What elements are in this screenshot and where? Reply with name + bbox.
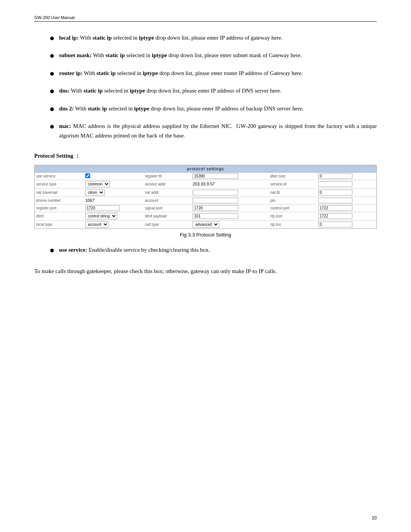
table-row: phone number 1067 account pin [35, 197, 376, 204]
phone-number-label: phone number [35, 197, 84, 204]
signal-port-input[interactable] [193, 205, 238, 211]
jitter-size-value [317, 173, 376, 180]
page-number: 10 [372, 515, 377, 521]
service-id-input[interactable] [318, 181, 352, 187]
bullet-dot-5: ● [49, 104, 54, 114]
protocol-settings-table: protocol settings use service register t… [34, 165, 377, 229]
nat-addr-value [191, 188, 269, 197]
list-item-dns: ● dns: With static ip selected in iptype… [49, 86, 377, 96]
list-item-mac: ● mac: MAC address is the physical addre… [49, 121, 377, 141]
dns2-text: dns 2: With static ip selected in iptype… [59, 104, 303, 114]
list-item-subnet-mask: ● subnet mask: With static ip selected i… [49, 51, 377, 61]
rtp-port-label: rtp port [269, 212, 317, 220]
register-port-value [84, 204, 143, 212]
use-service-label: use service [35, 173, 84, 180]
use-service-text: use service: Enable/disable service by c… [59, 245, 210, 255]
pin-input[interactable] [318, 198, 352, 203]
rtp-tos-value [317, 220, 376, 228]
bullet-list: ● local ip: With static ip selected in i… [49, 33, 377, 141]
dtmf-label: dtmf [35, 212, 84, 220]
table-row: dtmf control string dtmf payload rtp por… [35, 212, 376, 220]
local-type-value: account [84, 220, 143, 228]
control-port-label: control port [269, 204, 317, 212]
pin-value [317, 197, 376, 204]
phone-number-text: 1067 [85, 198, 94, 203]
register-port-input[interactable] [85, 205, 119, 211]
list-item-dns2: ● dns 2: With static ip selected in ipty… [49, 104, 377, 114]
account-label: account [143, 197, 191, 204]
table-row: service type common service addr 203.93.… [35, 180, 376, 188]
nat-traversal-select[interactable]: citron [85, 189, 105, 196]
table-row: use service register ttl jitter size [35, 173, 376, 180]
service-addr-text: 203.93.9.57 [193, 182, 215, 186]
use-service-value [84, 173, 143, 180]
table-row: register port signal port control port [35, 204, 376, 212]
call-type-select[interactable]: advanced [193, 221, 219, 228]
protocol-title: protocol settings [35, 165, 376, 173]
local-ip-text: local ip: With static ip selected in ipt… [59, 33, 282, 43]
use-service-description: To make calls through gatekeeper, please… [34, 267, 377, 276]
control-port-value [317, 204, 376, 212]
table-row: nat traversal citron nat addr nat ttl [35, 188, 376, 197]
figure-caption: Fig 3.3 Protocol Setting [34, 232, 377, 238]
control-port-input[interactable] [318, 205, 352, 211]
register-ttl-value [191, 173, 269, 180]
nat-ttl-input[interactable] [318, 190, 352, 195]
list-item-use-service: ● use service: Enable/disable service by… [49, 245, 377, 255]
register-ttl-label: register ttl [143, 173, 191, 180]
manual-title: GW-200 User Manual [34, 15, 75, 20]
dtmf-payload-value [191, 212, 269, 220]
subnet-mask-text: subnet mask: With static ip selected in … [59, 51, 302, 61]
service-id-label: service id [269, 180, 317, 188]
nat-addr-input[interactable] [193, 190, 238, 195]
service-type-label: service type [35, 180, 84, 188]
service-addr-label: service addr [143, 180, 191, 188]
list-item-router-ip: ● router ip: With static ip selected in … [49, 69, 377, 78]
register-port-label: register port [35, 204, 84, 212]
dtmf-payload-label: dtmf payload [143, 212, 191, 220]
rtp-tos-label: rtp tos [269, 220, 317, 228]
nat-addr-label: nat addr [143, 188, 191, 197]
call-type-label: call type [143, 220, 191, 228]
router-ip-text: router ip: With static ip selected in ip… [59, 69, 303, 78]
table-row: local type account call type advanced rt… [35, 220, 376, 228]
bullet-dot-7: ● [49, 245, 54, 255]
rtp-port-value [317, 212, 376, 220]
service-type-value: common [84, 180, 143, 188]
bullet-dot: ● [49, 33, 54, 43]
mac-text: mac: MAC address is the physical address… [59, 121, 377, 141]
nat-ttl-label: nat ttl [269, 188, 317, 197]
dtmf-value: control string [84, 212, 143, 220]
jitter-size-label: jitter size [269, 173, 317, 180]
jitter-size-input[interactable] [318, 173, 352, 179]
use-service-checkbox[interactable] [85, 173, 90, 178]
account-input[interactable] [193, 198, 238, 203]
nat-traversal-value: citron [84, 188, 143, 197]
service-type-select[interactable]: common [85, 181, 110, 187]
bullet-dot-3: ● [49, 69, 54, 78]
rtp-tos-input[interactable] [318, 222, 352, 227]
local-type-label: local type [35, 220, 84, 228]
page-header: GW-200 User Manual [34, 15, 377, 22]
signal-port-label: signal port [143, 204, 191, 212]
register-ttl-input[interactable] [193, 173, 238, 179]
dtmf-payload-input[interactable] [193, 213, 238, 219]
bottom-bullet-list: ● use service: Enable/disable service by… [49, 245, 377, 255]
protocol-section-heading: Protocol Setting ： [34, 152, 377, 160]
bullet-dot-2: ● [49, 51, 54, 61]
account-value [191, 197, 269, 204]
service-addr-value: 203.93.9.57 [191, 180, 269, 188]
dns-text: dns: With static ip selected in iptype d… [59, 86, 281, 96]
dtmf-select[interactable]: control string [85, 213, 117, 219]
bullet-dot-6: ● [49, 121, 54, 131]
phone-number-value: 1067 [84, 197, 143, 204]
list-item-local-ip: ● local ip: With static ip selected in i… [49, 33, 377, 43]
bullet-dot-4: ● [49, 86, 54, 96]
rtp-port-input[interactable] [318, 213, 352, 219]
nat-ttl-value [317, 188, 376, 197]
local-type-select[interactable]: account [85, 221, 109, 228]
call-type-value: advanced [191, 220, 269, 228]
service-id-value [317, 180, 376, 188]
signal-port-value [191, 204, 269, 212]
nat-traversal-label: nat traversal [35, 188, 84, 197]
